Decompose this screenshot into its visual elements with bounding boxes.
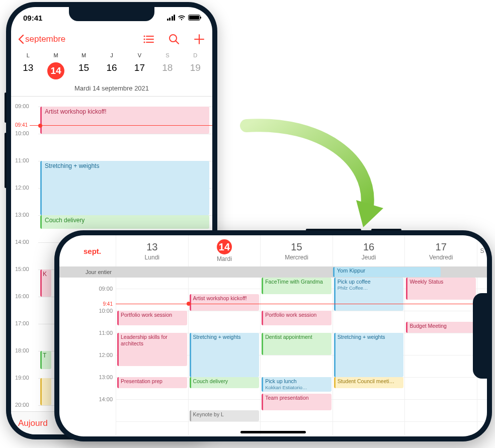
landscape-week-header: sept. 13Lundi14Mardi15Mercredi16Jeudi17V… <box>59 235 487 266</box>
calendar-event[interactable]: Team presentation <box>262 394 332 410</box>
month-button[interactable]: sept. <box>84 235 116 266</box>
calendar-event[interactable]: Budget Meeting <box>406 322 476 333</box>
hour-label: 09:00 <box>99 286 113 292</box>
calendar-event[interactable]: Keynote by L <box>190 410 260 421</box>
date-label: Mardi 14 septembre 2021 <box>11 83 212 96</box>
calendar-event[interactable]: Artist workshop kickoff! <box>40 107 209 134</box>
landscape-day-header[interactable]: 16Jeudi <box>333 235 405 266</box>
landscape-day-column[interactable]: Portfolio work sessionLeadership skills … <box>116 278 188 435</box>
landscape-day-column[interactable]: Weekly StatusBudget Meeting <box>404 278 477 435</box>
svg-line-7 <box>176 41 179 44</box>
allday-row: Jour entier Yom Kippur <box>59 266 487 278</box>
hour-label: 15:00 <box>15 266 29 272</box>
calendar-event[interactable]: FaceTime with Grandma <box>262 278 332 294</box>
landscape-day-column[interactable]: Pick up coffeePhilz Coffee…Stretching + … <box>333 278 405 435</box>
hour-label: 12:00 <box>99 352 113 358</box>
calendar-event[interactable]: Stretching + weights <box>40 161 209 215</box>
dow-label: D <box>182 50 209 58</box>
hour-label: 19:00 <box>15 375 29 381</box>
back-button[interactable]: septembre <box>18 34 65 44</box>
calendar-event[interactable]: Pick up coffeePhilz Coffee… <box>334 278 404 311</box>
allday-label: Jour entier <box>84 266 116 278</box>
landscape-day-header[interactable]: 13Lundi <box>116 235 188 266</box>
svg-point-3 <box>144 36 145 37</box>
allday-slot[interactable] <box>260 266 333 278</box>
cellular-signal-icon <box>167 15 176 21</box>
calendar-event[interactable]: Dentist appointment <box>262 333 332 355</box>
calendar-event[interactable]: Stretching + weights <box>190 333 260 377</box>
calendar-event[interactable]: Leadership skills for architects <box>117 333 187 366</box>
calendar-event[interactable]: K <box>40 270 51 297</box>
hour-label: 20:00 <box>15 402 29 408</box>
status-time: 09:41 <box>23 14 42 22</box>
landscape-day-column[interactable]: Artist workshop kickoff!Stretching + wei… <box>188 278 261 435</box>
hour-label: 09:00 <box>15 103 29 109</box>
phone-landscape-frame: sept. 13Lundi14Mardi15Mercredi16Jeudi17V… <box>54 230 492 441</box>
dow-label: V <box>126 50 153 58</box>
day-number[interactable]: 16 <box>98 58 125 83</box>
calendar-event[interactable]: T <box>40 351 51 369</box>
navbar: septembre <box>11 28 212 50</box>
search-button[interactable] <box>168 33 180 45</box>
landscape-day-header[interactable]: 15Mercredi <box>260 235 333 266</box>
hour-label: 13:00 <box>15 212 29 218</box>
day-number[interactable]: 17 <box>126 58 153 83</box>
calendar-event[interactable]: Artist workshop kickoff! <box>190 294 260 311</box>
dow-label: J <box>98 50 125 58</box>
hour-label: 11:00 <box>15 157 29 163</box>
hour-label: 11:00 <box>99 330 113 336</box>
calendar-event[interactable]: Stretching + weights <box>334 333 404 377</box>
calendar-event[interactable] <box>40 378 51 405</box>
dow-label: S <box>153 50 181 58</box>
notch <box>69 7 154 21</box>
current-time-indicator <box>116 304 487 304</box>
list-icon <box>143 35 154 44</box>
day-number[interactable]: 13 <box>14 58 42 83</box>
allday-slot[interactable] <box>404 266 477 278</box>
calendar-event[interactable]: Weekly Status <box>406 278 476 300</box>
list-view-button[interactable] <box>143 33 155 45</box>
add-event-button[interactable] <box>193 33 205 45</box>
current-time-label: 9:41 <box>103 301 113 307</box>
hour-label: 18:00 <box>15 347 29 353</box>
calendar-event[interactable]: Couch delivery <box>190 377 260 388</box>
day-number[interactable]: 18 <box>153 58 181 83</box>
day-number[interactable]: 14 <box>42 58 69 83</box>
home-indicator <box>240 431 306 433</box>
calendar-event[interactable]: Portfolio work session <box>117 311 187 325</box>
day-number[interactable]: 15 <box>70 58 98 83</box>
landscape-day-header[interactable]: 17Vendredi <box>404 235 477 266</box>
month-short-label: sept. <box>84 247 116 255</box>
hour-label: 12:00 <box>15 185 29 191</box>
calendar-event[interactable]: Presentation prep <box>117 377 187 388</box>
today-button[interactable]: Aujourd <box>18 418 48 428</box>
hour-label: 16:00 <box>15 293 29 299</box>
current-time-indicator: 09:41 <box>15 125 212 126</box>
hour-label: 17:00 <box>15 320 29 326</box>
hour-label: 14:00 <box>15 239 29 245</box>
allday-slot[interactable] <box>116 266 188 278</box>
landscape-screen: sept. 13Lundi14Mardi15Mercredi16Jeudi17V… <box>59 235 487 436</box>
chevron-left-icon <box>18 35 24 44</box>
battery-icon <box>188 15 200 21</box>
svg-point-4 <box>144 39 145 40</box>
wifi-icon <box>178 15 186 21</box>
dow-label: M <box>42 50 69 58</box>
allday-slot[interactable] <box>188 266 261 278</box>
plus-icon <box>194 34 205 45</box>
hour-label: 10:00 <box>15 130 29 136</box>
landscape-grid[interactable]: 09:0010:0011:0012:0013:0014:009:41 Portf… <box>59 278 487 435</box>
calendar-event[interactable]: Portfolio work session <box>262 311 332 325</box>
dow-label: L <box>14 50 42 58</box>
landscape-day-header: S <box>477 235 487 266</box>
calendar-event[interactable]: Couch delivery <box>40 215 209 229</box>
calendar-event[interactable]: Pick up lunchKokkari Estiatorio… <box>262 377 332 392</box>
landscape-day-header[interactable]: 14Mardi <box>188 235 261 266</box>
calendar-event[interactable]: Student Council meeti… <box>334 377 404 388</box>
status-icons <box>167 15 201 21</box>
allday-slot[interactable]: Yom Kippur <box>333 266 405 278</box>
notch <box>473 293 487 379</box>
day-number[interactable]: 19 <box>182 58 209 83</box>
svg-point-5 <box>144 42 145 43</box>
landscape-day-column[interactable]: FaceTime with GrandmaPortfolio work sess… <box>260 278 333 435</box>
